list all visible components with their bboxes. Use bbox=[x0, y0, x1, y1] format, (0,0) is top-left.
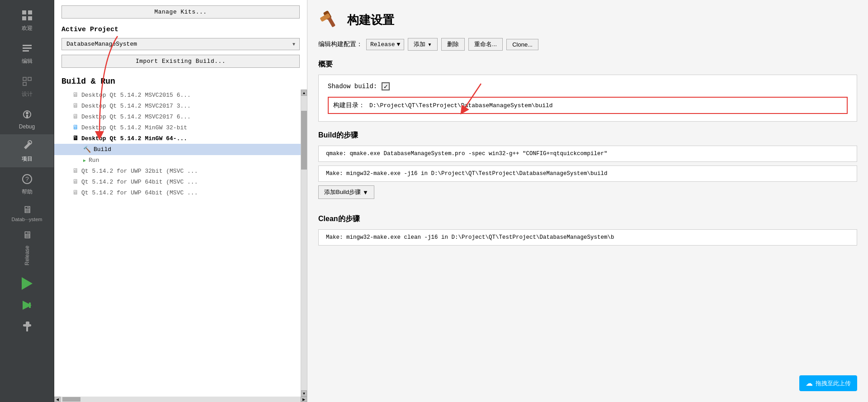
tree-item-run[interactable]: ▶ Run bbox=[54, 155, 301, 166]
rename-config-button[interactable]: 重命名... bbox=[468, 38, 503, 51]
tree-item-uwp64-2[interactable]: 🖥 Qt 5.14.2 for UWP 64bit (MSVC ... bbox=[54, 187, 301, 198]
project-dropdown-wrap: DatabaseManageSystem ▼ bbox=[61, 38, 300, 50]
svg-rect-9 bbox=[23, 82, 26, 85]
shadow-build-checkbox[interactable]: ✓ bbox=[382, 82, 390, 90]
tree-item-build[interactable]: 🔨 Build bbox=[54, 144, 301, 155]
csdn-icon: ☁ bbox=[806, 379, 813, 388]
config-label: 编辑构建配置： bbox=[318, 40, 363, 48]
sidebar: 欢迎 编辑 设计 Debug bbox=[0, 0, 54, 402]
monitor-grey-icon-5: 🖥 bbox=[72, 178, 79, 185]
tree-item-uwp32[interactable]: 🖥 Qt 5.14.2 for UWP 32bit (MSVC ... bbox=[54, 166, 301, 176]
sidebar-item-welcome[interactable]: 欢迎 bbox=[0, 4, 54, 37]
build-settings-hammer-icon bbox=[318, 9, 340, 31]
monitor-grey-icon-3: 🖥 bbox=[72, 113, 79, 120]
device-label: Datab···ystem bbox=[12, 217, 42, 222]
sidebar-item-edit[interactable]: 编辑 bbox=[0, 37, 54, 70]
tree-item-uwp64[interactable]: 🖥 Qt 5.14.2 for UWP 64bit (MSVC ... bbox=[54, 176, 301, 187]
sidebar-item-design[interactable]: 设计 bbox=[0, 70, 54, 103]
sidebar-device-section: 🖥 Datab···ystem bbox=[0, 200, 54, 226]
tree-item-run-label: Run bbox=[89, 157, 99, 164]
svg-point-11 bbox=[26, 112, 28, 114]
run-debug-button[interactable] bbox=[0, 294, 54, 316]
svg-rect-17 bbox=[29, 303, 31, 308]
monitor-black-icon: 🖥 bbox=[72, 135, 79, 142]
delete-config-button[interactable]: 删除 bbox=[441, 38, 465, 51]
svg-rect-19 bbox=[23, 324, 31, 326]
manage-kits-button[interactable]: Manage Kits... bbox=[61, 5, 300, 19]
add-config-label: 添加 bbox=[414, 40, 425, 48]
project-panel: Manage Kits... Active Project DatabaseMa… bbox=[54, 0, 307, 402]
config-dropdown[interactable]: Release ▼ bbox=[366, 39, 404, 50]
tree-item-build-label: Build bbox=[94, 146, 111, 153]
scroll-up-btn[interactable]: ▲ bbox=[301, 90, 307, 96]
config-row: 编辑构建配置： Release ▼ 添加 ▼ 删除 重命名... Clone..… bbox=[318, 38, 857, 51]
add-config-button[interactable]: 添加 ▼ bbox=[408, 38, 438, 51]
svg-rect-4 bbox=[23, 45, 32, 46]
build-button[interactable] bbox=[0, 316, 54, 337]
horizontal-scrollbar[interactable]: ◀ ▶ bbox=[54, 397, 307, 402]
config-dropdown-arrow: ▼ bbox=[397, 41, 401, 48]
delete-config-label: 删除 bbox=[447, 40, 459, 48]
active-project-title: Active Project bbox=[54, 24, 307, 36]
build-settings-title: 构建设置 bbox=[347, 12, 394, 28]
overview-section-title: 概要 bbox=[318, 60, 857, 69]
clean-steps-title: Clean的步骤 bbox=[318, 214, 857, 224]
svg-text:?: ? bbox=[25, 175, 29, 183]
tree-item-msvc2017-3[interactable]: 🖥 Desktop Qt 5.14.2 MSVC2017 3... bbox=[54, 100, 301, 111]
clean-step-make: Make: mingw32-make.exe clean -j16 in D:\… bbox=[318, 229, 857, 246]
right-panel: 构建设置 编辑构建配置： Release ▼ 添加 ▼ 删除 重命名... Cl… bbox=[307, 0, 868, 402]
svg-rect-2 bbox=[22, 16, 26, 20]
grid-icon bbox=[20, 8, 34, 23]
scroll-left-btn[interactable]: ◀ bbox=[54, 397, 61, 402]
clone-config-button[interactable]: Clone... bbox=[506, 39, 538, 50]
run-button[interactable] bbox=[0, 273, 54, 294]
build-step-make: Make: mingw32-make.exe -j16 in D:\Projec… bbox=[318, 166, 857, 182]
overview-box: Shadow build: ✓ 构建目录： D:\Project\QT\Test… bbox=[318, 75, 857, 122]
sidebar-item-project[interactable]: 项目 bbox=[0, 134, 54, 167]
release-monitor-icon: 🖥 bbox=[22, 229, 32, 241]
monitor-grey-icon: 🖥 bbox=[72, 91, 79, 99]
tree-list: 🖥 Desktop Qt 5.14.2 MSVC2015 6... 🖥 Desk… bbox=[54, 90, 301, 397]
build-dir-value: D:\Project\QT\TestProject\DatabaseManage… bbox=[369, 102, 842, 109]
sidebar-item-edit-label: 编辑 bbox=[22, 57, 33, 65]
tree-item-mingw64[interactable]: 🖥 Desktop Qt 5.14.2 MinGW 64-... bbox=[54, 133, 301, 144]
tree-item-uwp32-label: Qt 5.14.2 for UWP 32bit (MSVC ... bbox=[81, 168, 198, 175]
add-build-step-button[interactable]: 添加Build步骤 ▼ bbox=[318, 185, 374, 199]
scroll-track[interactable] bbox=[301, 96, 307, 390]
run-debug-icon bbox=[21, 299, 33, 312]
tree-item-msvc2015[interactable]: 🖥 Desktop Qt 5.14.2 MSVC2015 6... bbox=[54, 90, 301, 100]
tree-scrollbar[interactable]: ▲ ▼ bbox=[301, 90, 307, 397]
debug-icon bbox=[20, 107, 34, 122]
run-small-icon: ▶ bbox=[83, 158, 86, 163]
scroll-right-btn[interactable]: ▶ bbox=[301, 397, 307, 402]
run-play-icon bbox=[22, 277, 33, 290]
monitor-grey-icon-6: 🖥 bbox=[72, 189, 79, 196]
svg-rect-8 bbox=[28, 77, 31, 80]
add-build-step-arrow-icon: ▼ bbox=[363, 189, 368, 196]
overview-container: Shadow build: ✓ 构建目录： D:\Project\QT\Test… bbox=[318, 75, 857, 122]
rename-config-label: 重命名... bbox=[474, 40, 497, 48]
sidebar-item-help[interactable]: ? 帮助 bbox=[0, 167, 54, 200]
svg-rect-20 bbox=[26, 327, 28, 331]
tree-item-uwp64-label: Qt 5.14.2 for UWP 64bit (MSVC ... bbox=[81, 179, 198, 185]
csdn-badge-label: 拖拽至此上传 bbox=[816, 379, 851, 388]
tree-item-mingw32[interactable]: 🖥 Desktop Qt 5.14.2 MinGW 32-bit bbox=[54, 122, 301, 133]
sidebar-item-help-label: 帮助 bbox=[22, 188, 33, 196]
clean-steps-section: Clean的步骤 Make: mingw32-make.exe clean -j… bbox=[318, 214, 857, 246]
sidebar-item-project-label: 项目 bbox=[22, 155, 33, 163]
scroll-down-btn[interactable]: ▼ bbox=[301, 390, 307, 397]
design-icon bbox=[20, 74, 34, 89]
monitor-grey-icon-2: 🖥 bbox=[72, 102, 79, 109]
sidebar-item-debug[interactable]: Debug bbox=[0, 103, 54, 134]
svg-rect-1 bbox=[28, 10, 32, 14]
tree-item-msvc2017-6[interactable]: 🖥 Desktop Qt 5.14.2 MSVC2017 6... bbox=[54, 111, 301, 122]
build-step-qmake: qmake: qmake.exe DatabaseManageSystem.pr… bbox=[318, 146, 857, 162]
add-config-arrow-icon: ▼ bbox=[427, 42, 432, 47]
build-steps-section: Build的步骤 qmake: qmake.exe DatabaseManage… bbox=[318, 131, 857, 207]
monitor-blue-icon: 🖥 bbox=[72, 124, 79, 131]
svg-rect-0 bbox=[22, 10, 26, 14]
import-existing-build-button[interactable]: Import Existing Build... bbox=[61, 55, 300, 68]
h-scroll-thumb bbox=[62, 397, 80, 402]
project-dropdown[interactable]: DatabaseManageSystem bbox=[61, 38, 300, 50]
csdn-upload-badge[interactable]: ☁ 拖拽至此上传 bbox=[799, 375, 857, 391]
